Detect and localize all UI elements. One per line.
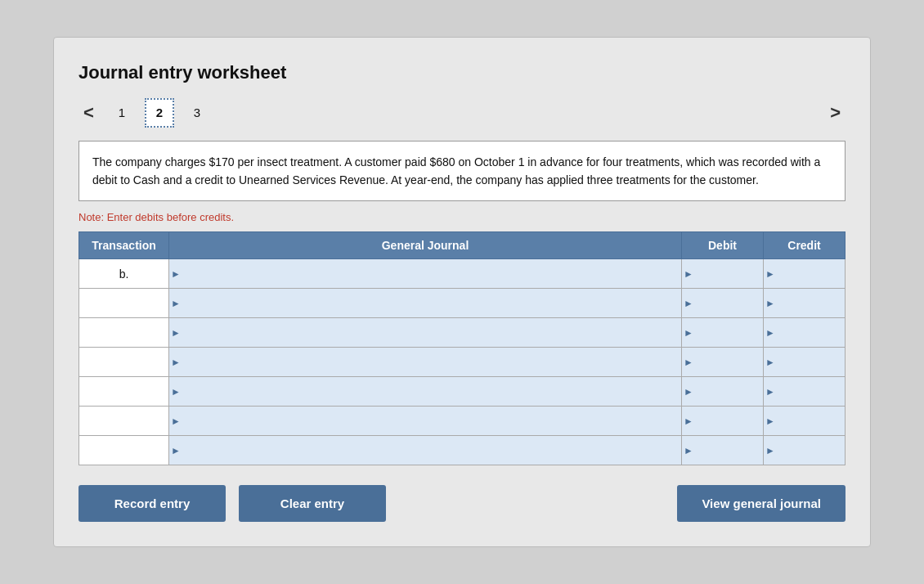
- debit-cell-3[interactable]: ►: [682, 318, 764, 348]
- debit-input-6[interactable]: [682, 407, 763, 435]
- transaction-cell-3: [79, 318, 169, 348]
- arrow-icon-debit-5: ►: [684, 386, 693, 398]
- transaction-cell-5: [79, 377, 169, 407]
- debit-input-7[interactable]: [682, 436, 763, 465]
- credit-cell-3[interactable]: ►: [764, 318, 846, 348]
- arrow-icon-credit-4: ►: [765, 357, 775, 368]
- credit-input-6[interactable]: [764, 407, 845, 435]
- journal-input-1[interactable]: [169, 259, 681, 288]
- journal-cell-6[interactable]: ►: [169, 407, 682, 436]
- arrow-icon-debit-7: ►: [684, 445, 693, 456]
- buttons-row: Record entry Clear entry View general jo…: [78, 485, 846, 522]
- journal-cell-7[interactable]: ►: [169, 436, 682, 465]
- debit-cell-6[interactable]: ►: [682, 407, 764, 436]
- transaction-cell-1: b.: [79, 259, 169, 289]
- page-title: Journal entry worksheet: [78, 62, 846, 83]
- table-row: ► ► ►: [79, 318, 846, 348]
- record-entry-button[interactable]: Record entry: [78, 485, 226, 522]
- debit-input-2[interactable]: [682, 289, 763, 317]
- header-credit: Credit: [764, 232, 846, 259]
- credit-cell-2[interactable]: ►: [764, 289, 846, 318]
- debit-input-5[interactable]: [682, 377, 763, 406]
- debit-cell-7[interactable]: ►: [682, 436, 764, 465]
- arrow-icon-debit-3: ►: [684, 327, 693, 339]
- table-row: b. ► ► ►: [79, 259, 846, 289]
- table-row: ► ► ►: [79, 348, 846, 377]
- journal-input-7[interactable]: [169, 436, 681, 465]
- arrow-icon-1: ►: [171, 268, 181, 280]
- arrow-icon-debit-1: ►: [684, 268, 693, 280]
- header-transaction: Transaction: [79, 232, 169, 259]
- nav-left-arrow[interactable]: <: [78, 102, 99, 124]
- description-text: The company charges $170 per insect trea…: [92, 155, 820, 186]
- journal-cell-3[interactable]: ►: [169, 318, 682, 348]
- credit-cell-5[interactable]: ►: [764, 377, 846, 407]
- transaction-cell-4: [79, 348, 169, 377]
- table-row: ► ► ►: [79, 289, 846, 318]
- credit-input-4[interactable]: [764, 348, 845, 376]
- arrow-icon-credit-3: ►: [765, 327, 775, 339]
- description-box: The company charges $170 per insect trea…: [78, 141, 846, 202]
- tab-1[interactable]: 1: [107, 98, 137, 128]
- journal-cell-2[interactable]: ►: [169, 289, 682, 318]
- credit-input-5[interactable]: [764, 377, 845, 406]
- debit-input-3[interactable]: [682, 318, 763, 347]
- credit-cell-6[interactable]: ►: [764, 407, 846, 436]
- credit-input-3[interactable]: [764, 318, 845, 347]
- arrow-icon-credit-1: ►: [765, 268, 775, 280]
- debit-cell-5[interactable]: ►: [682, 377, 764, 407]
- arrow-icon-2: ►: [171, 298, 181, 309]
- credit-input-2[interactable]: [764, 289, 845, 317]
- arrow-icon-3: ►: [171, 327, 181, 339]
- table-row: ► ► ►: [79, 377, 846, 407]
- view-general-journal-button[interactable]: View general journal: [677, 485, 846, 522]
- debit-input-1[interactable]: [682, 259, 763, 288]
- arrow-icon-debit-6: ►: [684, 416, 693, 427]
- header-journal: General Journal: [169, 232, 682, 259]
- nav-right-arrow[interactable]: >: [825, 102, 846, 124]
- table-row: ► ► ►: [79, 436, 846, 465]
- arrow-icon-5: ►: [171, 386, 181, 398]
- journal-input-3[interactable]: [169, 318, 681, 347]
- clear-entry-button[interactable]: Clear entry: [239, 485, 386, 522]
- tab-3[interactable]: 3: [182, 98, 212, 128]
- credit-cell-4[interactable]: ►: [764, 348, 846, 377]
- credit-cell-1[interactable]: ►: [764, 259, 846, 289]
- main-container: Journal entry worksheet < 1 2 3 > The co…: [53, 37, 871, 548]
- arrow-icon-7: ►: [171, 445, 181, 456]
- credit-input-7[interactable]: [764, 436, 845, 465]
- arrow-icon-6: ►: [171, 416, 181, 427]
- tab-nav: < 1 2 3 >: [78, 98, 846, 128]
- journal-cell-5[interactable]: ►: [169, 377, 682, 407]
- debit-cell-1[interactable]: ►: [682, 259, 764, 289]
- header-debit: Debit: [682, 232, 764, 259]
- journal-cell-1[interactable]: ►: [169, 259, 682, 289]
- arrow-icon-credit-6: ►: [765, 416, 775, 427]
- tab-2[interactable]: 2: [145, 98, 174, 128]
- note-text: Note: Enter debits before credits.: [78, 211, 846, 223]
- journal-input-4[interactable]: [169, 348, 681, 376]
- table-row: ► ► ►: [79, 407, 846, 436]
- journal-cell-4[interactable]: ►: [169, 348, 682, 377]
- journal-input-6[interactable]: [169, 407, 681, 435]
- journal-table: Transaction General Journal Debit Credit…: [78, 231, 846, 465]
- credit-cell-7[interactable]: ►: [764, 436, 846, 465]
- debit-input-4[interactable]: [682, 348, 763, 376]
- arrow-icon-4: ►: [171, 357, 181, 368]
- arrow-icon-credit-5: ►: [765, 386, 775, 398]
- arrow-icon-credit-2: ►: [765, 298, 775, 309]
- transaction-cell-6: [79, 407, 169, 436]
- arrow-icon-debit-2: ►: [684, 298, 693, 309]
- arrow-icon-credit-7: ►: [765, 445, 775, 456]
- debit-cell-2[interactable]: ►: [682, 289, 764, 318]
- transaction-cell-7: [79, 436, 169, 465]
- journal-input-5[interactable]: [169, 377, 681, 406]
- debit-cell-4[interactable]: ►: [682, 348, 764, 377]
- credit-input-1[interactable]: [764, 259, 845, 288]
- journal-input-2[interactable]: [169, 289, 681, 317]
- arrow-icon-debit-4: ►: [684, 357, 693, 368]
- transaction-cell-2: [79, 289, 169, 318]
